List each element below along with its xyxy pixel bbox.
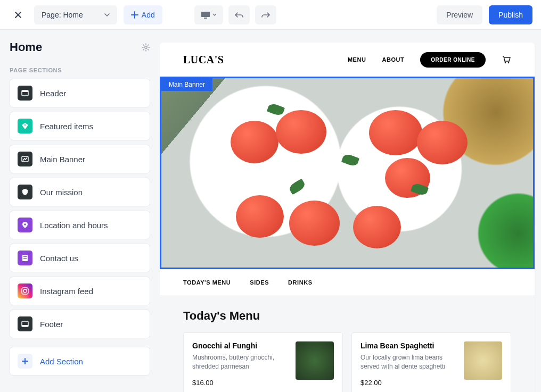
site-brand: LUCA'S bbox=[183, 54, 224, 66]
menu-section: Today's Menu Gnocchi al Funghi Mushrooms… bbox=[160, 295, 535, 392]
add-button[interactable]: Add bbox=[124, 5, 162, 24]
nav-menu[interactable]: MENU bbox=[348, 56, 366, 63]
desktop-icon bbox=[201, 11, 210, 19]
nav-about[interactable]: ABOUT bbox=[382, 56, 404, 63]
cart-button[interactable] bbox=[502, 55, 511, 64]
close-button[interactable] bbox=[9, 5, 28, 24]
svg-point-2 bbox=[145, 46, 147, 48]
svg-rect-15 bbox=[22, 325, 28, 327]
site-preview: LUCA'S MENU ABOUT ORDER ONLINE Main Bann… bbox=[160, 43, 535, 392]
menu-card[interactable]: Gnocchi al Funghi Mushrooms, buttery gno… bbox=[183, 332, 343, 392]
caret-down-icon bbox=[212, 13, 217, 16]
form-icon bbox=[18, 251, 32, 265]
instagram-icon bbox=[18, 283, 32, 298]
section-label: Header bbox=[40, 89, 66, 98]
section-item-mission[interactable]: Our mission bbox=[10, 178, 150, 206]
gear-icon bbox=[142, 43, 150, 52]
menu-tabs: TODAY'S MENU SIDES DRINKS bbox=[160, 269, 535, 295]
cart-icon bbox=[502, 55, 511, 64]
preview-canvas: LUCA'S MENU ABOUT ORDER ONLINE Main Bann… bbox=[160, 30, 541, 392]
section-label: Instagram feed bbox=[40, 287, 93, 296]
add-section-label: Add Section bbox=[40, 357, 83, 366]
section-item-header[interactable]: Header bbox=[10, 79, 150, 107]
section-item-instagram[interactable]: Instagram feed bbox=[10, 277, 150, 305]
menu-item-desc: Mushrooms, buttery gnocchi, shredded par… bbox=[192, 353, 288, 371]
tag-icon bbox=[18, 119, 32, 134]
toolbar-group bbox=[194, 5, 276, 24]
chevron-down-icon bbox=[104, 13, 110, 16]
site-nav: LUCA'S MENU ABOUT ORDER ONLINE bbox=[160, 43, 535, 77]
menu-item-price: $16.00 bbox=[192, 379, 288, 387]
tab-drinks[interactable]: DRINKS bbox=[288, 279, 312, 286]
menu-item-price: $22.00 bbox=[360, 379, 456, 387]
section-label: Featured items bbox=[40, 122, 93, 131]
menu-item-desc: Our locally grown lima beans served with… bbox=[360, 353, 456, 371]
sections-heading: PAGE SECTIONS bbox=[10, 67, 150, 73]
plus-icon bbox=[131, 11, 138, 19]
menu-item-image bbox=[296, 341, 334, 380]
svg-rect-0 bbox=[201, 12, 210, 17]
section-label: Our mission bbox=[40, 188, 83, 197]
svg-point-13 bbox=[27, 289, 28, 290]
tab-sides[interactable]: SIDES bbox=[250, 279, 269, 286]
device-preview-button[interactable] bbox=[194, 5, 223, 24]
redo-icon bbox=[261, 12, 270, 18]
svg-point-16 bbox=[505, 62, 506, 64]
banner-selection-tag: Main Banner bbox=[161, 78, 212, 91]
section-item-contact[interactable]: Contact us bbox=[10, 244, 150, 272]
svg-rect-1 bbox=[204, 18, 207, 19]
svg-rect-11 bbox=[22, 288, 28, 294]
menu-card[interactable]: Lima Bean Spaghetti Our locally grown li… bbox=[351, 332, 511, 392]
svg-point-17 bbox=[508, 62, 510, 64]
close-icon bbox=[14, 11, 22, 19]
section-item-banner[interactable]: Main Banner bbox=[10, 145, 150, 173]
sidebar: Home PAGE SECTIONS Header Featured items… bbox=[0, 30, 160, 392]
undo-button[interactable] bbox=[228, 5, 250, 24]
section-item-featured[interactable]: Featured items bbox=[10, 112, 150, 140]
svg-rect-9 bbox=[23, 256, 27, 257]
page-title: Home bbox=[10, 40, 42, 54]
tab-todays-menu[interactable]: TODAY'S MENU bbox=[183, 279, 231, 286]
page-selector[interactable]: Page: Home bbox=[34, 5, 117, 24]
shield-icon bbox=[18, 185, 32, 199]
section-item-footer[interactable]: Footer bbox=[10, 310, 150, 338]
svg-point-5 bbox=[24, 124, 26, 126]
svg-rect-10 bbox=[23, 258, 27, 258]
menu-item-image bbox=[464, 341, 502, 380]
svg-point-7 bbox=[24, 223, 26, 226]
page-settings-button[interactable] bbox=[142, 43, 150, 52]
add-label: Add bbox=[142, 11, 155, 19]
banner-icon bbox=[18, 152, 32, 166]
banner-image bbox=[161, 78, 533, 268]
section-label: Contact us bbox=[40, 254, 78, 263]
section-label: Location and hours bbox=[40, 221, 108, 230]
publish-button[interactable]: Publish bbox=[489, 5, 532, 24]
menu-item-title: Gnocchi al Funghi bbox=[192, 341, 288, 350]
menu-item-title: Lima Bean Spaghetti bbox=[360, 341, 456, 350]
order-online-button[interactable]: ORDER ONLINE bbox=[420, 52, 486, 68]
section-label: Footer bbox=[40, 320, 63, 329]
section-label: Main Banner bbox=[40, 155, 85, 164]
svg-rect-4 bbox=[22, 90, 28, 92]
header-icon bbox=[18, 86, 32, 101]
plus-icon bbox=[18, 354, 32, 369]
menu-title: Today's Menu bbox=[183, 309, 511, 323]
footer-icon bbox=[18, 316, 32, 331]
topbar: Page: Home Add Preview Publish bbox=[0, 0, 541, 30]
add-section-button[interactable]: Add Section bbox=[10, 347, 150, 376]
section-item-location[interactable]: Location and hours bbox=[10, 211, 150, 239]
preview-button[interactable]: Preview bbox=[437, 5, 482, 24]
svg-point-12 bbox=[23, 289, 27, 293]
undo-icon bbox=[235, 12, 243, 18]
page-selector-label: Page: Home bbox=[42, 11, 83, 19]
main-banner[interactable]: Main Banner bbox=[160, 77, 535, 269]
pin-icon bbox=[18, 218, 32, 232]
redo-button[interactable] bbox=[255, 5, 276, 24]
